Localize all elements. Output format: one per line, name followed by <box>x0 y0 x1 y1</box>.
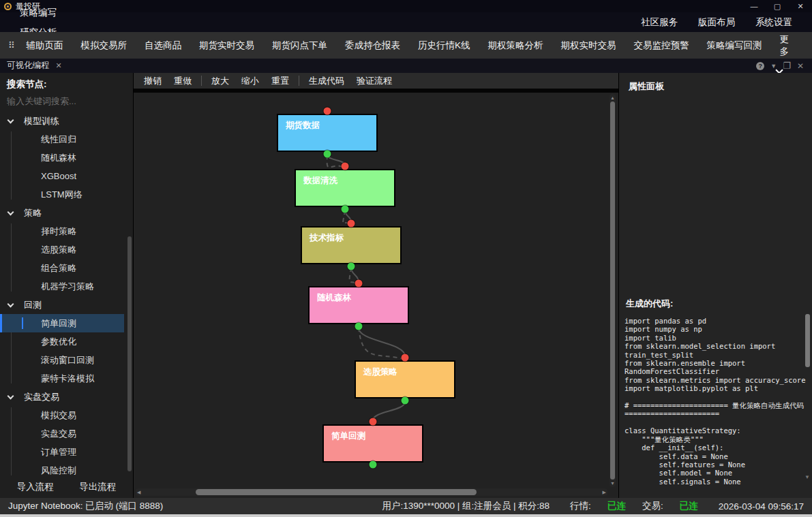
app-logo-icon <box>4 3 12 10</box>
tree-item-LSTM网络[interactable]: LSTM网络 <box>0 185 133 204</box>
close-panel-icon[interactable]: ✕ <box>797 61 804 71</box>
tree-item-选股策略[interactable]: 选股策略 <box>0 240 133 259</box>
help-icon[interactable]: ? <box>756 62 764 70</box>
flow-node-期货数据[interactable]: 期货数据 <box>277 114 378 152</box>
tree-item-滚动窗口回测[interactable]: 滚动窗口回测 <box>0 351 133 369</box>
input-port[interactable] <box>324 108 331 115</box>
chevron-down-icon <box>7 208 14 215</box>
tree-item-XGBoost[interactable]: XGBoost <box>0 167 133 185</box>
quote-status-badge: 已连 <box>607 500 626 512</box>
vertical-scroll-thumb[interactable] <box>610 101 615 480</box>
scroll-up-icon[interactable]: ▲ <box>610 95 615 101</box>
sidebar-footer: 导入流程导出流程 <box>0 479 133 498</box>
quote-label: 行情: <box>570 500 591 512</box>
tab-辅助页面[interactable]: 辅助页面 <box>18 32 72 59</box>
menu-item-版面布局[interactable]: 版面布局 <box>688 12 745 32</box>
toolbar-button-生成代码[interactable]: 生成代码 <box>303 73 350 89</box>
tab-历史行情K线[interactable]: 历史行情K线 <box>409 32 479 59</box>
generated-code[interactable]: import pandas as pd import numpy as np i… <box>619 315 812 489</box>
output-port[interactable] <box>370 461 377 469</box>
tab-委成持仓报表[interactable]: 委成持仓报表 <box>336 32 409 59</box>
tree-item-蒙特卡洛模拟[interactable]: 蒙特卡洛模拟 <box>0 369 133 388</box>
tab-more[interactable]: 更多 <box>771 33 812 58</box>
subtab-close-icon[interactable]: ✕ <box>56 61 62 70</box>
toolbar-button-重做[interactable]: 重做 <box>168 73 198 89</box>
toolbar-button-缩小[interactable]: 缩小 <box>235 73 265 89</box>
flow-node-技术指标[interactable]: 技术指标 <box>301 226 402 264</box>
window-controls: — ▢ ✕ <box>742 0 812 12</box>
restore-panel-icon[interactable]: ❐ <box>783 61 791 71</box>
button-导出流程[interactable]: 导出流程 <box>72 480 123 495</box>
flow-node-简单回测[interactable]: 简单回测 <box>322 424 423 463</box>
tree-item-择时策略[interactable]: 择时策略 <box>0 222 133 240</box>
tree-item-模拟交易[interactable]: 模拟交易 <box>0 406 133 424</box>
tab-期权策略分析[interactable]: 期权策略分析 <box>479 32 552 59</box>
output-port[interactable] <box>324 151 331 158</box>
output-port[interactable] <box>348 263 355 270</box>
generated-code-title: 生成的代码: <box>619 292 812 315</box>
code-scrollbar[interactable] <box>805 314 810 367</box>
subtab-visual-programming[interactable]: 可视化编程 ✕ <box>7 60 62 72</box>
output-port[interactable] <box>402 397 409 405</box>
toolbar-button-重置[interactable]: 重置 <box>265 73 295 89</box>
input-port[interactable] <box>342 163 349 170</box>
toolbar-button-撤销[interactable]: 撤销 <box>138 73 168 89</box>
scroll-down-icon[interactable]: ▼ <box>610 480 615 486</box>
chevron-down-icon <box>7 300 14 307</box>
tree-group-策略[interactable]: 策略 <box>0 204 133 222</box>
tree-item-线性回归[interactable]: 线性回归 <box>0 130 133 148</box>
output-port[interactable] <box>342 206 349 213</box>
grip-icon[interactable]: ⠿ <box>8 40 14 50</box>
dropdown-icon[interactable]: ▼ <box>770 63 777 69</box>
input-port[interactable] <box>355 280 363 287</box>
flow-node-数据清洗[interactable]: 数据清洗 <box>295 169 395 207</box>
tree-item-随机森林[interactable]: 随机森林 <box>0 148 133 167</box>
input-port[interactable] <box>348 220 355 228</box>
tab-期货闪点下单[interactable]: 期货闪点下单 <box>263 32 336 59</box>
tree-group-label: 模型训练 <box>24 115 59 127</box>
horizontal-scroll-thumb[interactable] <box>196 489 477 495</box>
output-port[interactable] <box>355 323 363 330</box>
tree-item-简单回测[interactable]: 简单回测 <box>0 314 124 332</box>
button-导入流程[interactable]: 导入流程 <box>10 480 61 495</box>
menu-item-系统设置[interactable]: 系统设置 <box>745 12 802 32</box>
sidebar-scrollbar[interactable] <box>127 236 132 471</box>
tree-item-实盘交易[interactable]: 实盘交易 <box>0 424 133 443</box>
sidebar-header: 搜索节点: <box>0 73 133 92</box>
flow-canvas[interactable]: ▲ ▼ ◀ ▶ 期货数据数据清洗技术指标随机森林选股策略简单回测 <box>134 89 618 498</box>
minimize-button[interactable]: — <box>742 0 766 12</box>
tab-模拟交易所[interactable]: 模拟交易所 <box>72 32 136 59</box>
tree-item-订单管理[interactable]: 订单管理 <box>0 443 133 461</box>
user-info: 用户:1390***0000 | 组:注册会员 | 积分:88 <box>382 500 550 512</box>
toolbar-button-验证流程[interactable]: 验证流程 <box>350 73 398 89</box>
tree-group-回测[interactable]: 回测 <box>0 296 133 314</box>
maximize-button[interactable]: ▢ <box>766 0 789 12</box>
canvas-vertical-scrollbar[interactable]: ▲ ▼ <box>610 94 616 487</box>
tree-group-模型训练[interactable]: 模型训练 <box>0 112 133 130</box>
menu-item-策略编写[interactable]: 策略编写 <box>10 3 67 22</box>
flow-node-label: 技术指标 <box>310 233 344 242</box>
tree-item-组合策略[interactable]: 组合策略 <box>0 259 133 277</box>
tab-策略编写回测[interactable]: 策略编写回测 <box>698 32 771 59</box>
tree-item-风险控制[interactable]: 风险控制 <box>0 461 133 479</box>
tab-自选商品[interactable]: 自选商品 <box>136 32 190 59</box>
tree-group-实盘交易[interactable]: 实盘交易 <box>0 388 133 406</box>
code-scroll-down-icon[interactable]: ▼ <box>805 474 810 480</box>
tree-item-机器学习策略[interactable]: 机器学习策略 <box>0 277 133 296</box>
input-port[interactable] <box>402 354 409 362</box>
input-port[interactable] <box>370 418 377 426</box>
scroll-right-icon[interactable]: ▶ <box>603 489 606 495</box>
menu-item-社区服务[interactable]: 社区服务 <box>631 12 688 32</box>
tab-期货实时交易[interactable]: 期货实时交易 <box>190 32 263 59</box>
toolbar-button-放大[interactable]: 放大 <box>205 73 235 89</box>
scroll-left-icon[interactable]: ◀ <box>137 489 140 495</box>
tab-交易监控预警[interactable]: 交易监控预警 <box>625 32 698 59</box>
flow-node-随机森林[interactable]: 随机森林 <box>308 286 409 324</box>
tab-期权实时交易[interactable]: 期权实时交易 <box>552 32 625 59</box>
tree-item-参数优化[interactable]: 参数优化 <box>0 332 133 351</box>
canvas-horizontal-scrollbar[interactable]: ◀ ▶ <box>136 488 607 496</box>
flow-node-label: 简单回测 <box>331 431 365 441</box>
flow-node-选股策略[interactable]: 选股策略 <box>355 360 455 398</box>
close-button[interactable]: ✕ <box>789 0 812 12</box>
search-input[interactable] <box>0 92 123 109</box>
